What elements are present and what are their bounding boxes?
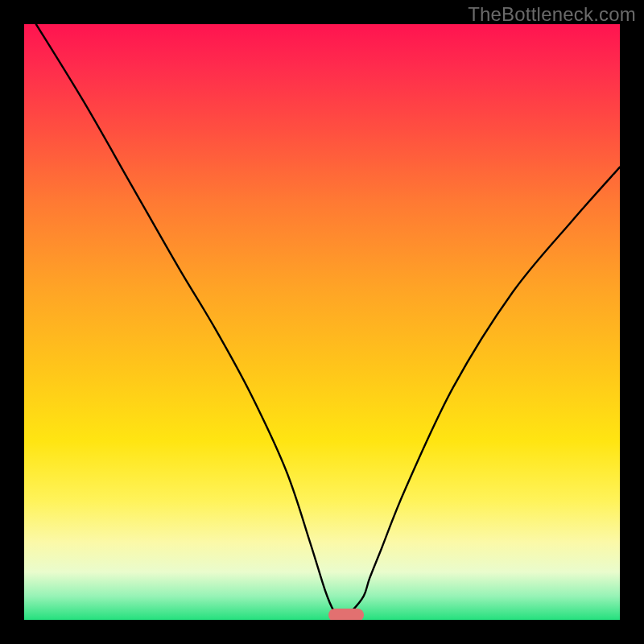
- minimum-marker: [328, 609, 364, 620]
- curve-path: [36, 24, 620, 617]
- bottleneck-curve: [24, 24, 620, 620]
- chart-frame: TheBottleneck.com: [0, 0, 644, 644]
- plot-area: [24, 24, 620, 620]
- watermark-text: TheBottleneck.com: [468, 3, 636, 26]
